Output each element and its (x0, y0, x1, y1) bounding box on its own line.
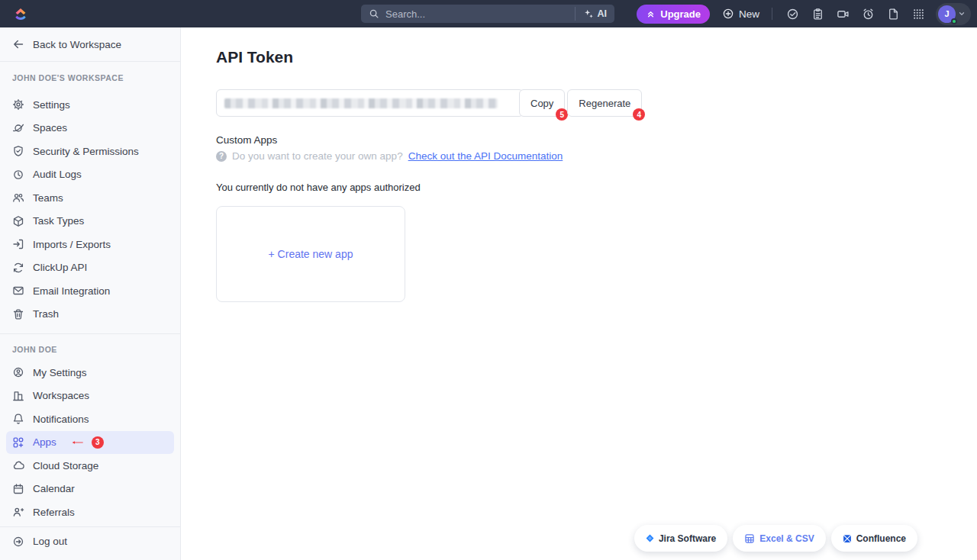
back-label: Back to Workspace (33, 39, 121, 50)
jira-icon (646, 534, 654, 542)
excel-csv-button[interactable]: Excel & CSV (733, 525, 825, 552)
check-circle-icon[interactable] (786, 8, 799, 21)
clock-icon (12, 169, 24, 181)
sidebar-item-label: Security & Permissions (33, 146, 139, 157)
integration-pills: Jira Software Excel & CSV Confluence (634, 525, 917, 552)
video-icon[interactable] (837, 8, 850, 21)
clipboard-icon[interactable] (811, 8, 824, 21)
annotation-badge: 3 (92, 436, 104, 449)
copy-label: Copy (530, 98, 553, 109)
sidebar-item-label: Notifications (33, 414, 89, 425)
sidebar-item-label: Apps (33, 436, 56, 448)
ai-button[interactable]: AI (575, 7, 608, 21)
pill-label: Confluence (856, 533, 906, 544)
sidebar-item-workspaces[interactable]: Workspaces (0, 385, 180, 408)
jira-software-button[interactable]: Jira Software (634, 525, 727, 552)
sidebar-item-referrals[interactable]: Referrals (0, 500, 180, 524)
user-menu[interactable]: J (936, 3, 971, 25)
upgrade-label: Upgrade (660, 8, 701, 20)
sidebar-divider (0, 333, 180, 334)
document-icon[interactable] (887, 8, 900, 21)
ai-label: AI (598, 8, 608, 19)
search-input[interactable] (385, 8, 569, 20)
sidebar-item-security[interactable]: Security & Permissions (0, 140, 180, 163)
excel-icon (744, 533, 755, 544)
pill-label: Jira Software (659, 533, 716, 544)
regenerate-button[interactable]: Regenerate 4 (567, 89, 642, 117)
gear-icon (12, 98, 24, 111)
copy-button[interactable]: Copy 5 (519, 89, 565, 117)
sparkles-icon (583, 8, 594, 19)
user-section-title: JOHN DOE (12, 345, 168, 354)
sidebar-item-notifications[interactable]: Notifications (0, 407, 180, 431)
api-token-panel: API Token Copy 5 Regenerate 4 Custom App… (181, 27, 977, 560)
custom-apps-title: Custom Apps (216, 135, 977, 146)
clickup-settings-page: AI Upgrade New (0, 0, 977, 560)
custom-apps-help: ? Do you want to create your own app? Ch… (216, 150, 977, 162)
trash-icon (12, 308, 24, 320)
sidebar-item-label: Email Integration (33, 285, 110, 297)
topbar: AI Upgrade New (0, 0, 977, 27)
planet-icon (12, 122, 24, 134)
sidebar-item-calendar[interactable]: Calendar (0, 478, 180, 501)
create-new-app-link[interactable]: + Create new app (269, 248, 353, 260)
page-title: API Token (216, 47, 977, 67)
upgrade-icon (646, 9, 656, 19)
app-grid-icon[interactable] (912, 8, 925, 21)
sidebar-item-audit-logs[interactable]: Audit Logs (0, 163, 180, 187)
upgrade-button[interactable]: Upgrade (637, 5, 710, 24)
envelope-icon (12, 285, 24, 297)
sidebar-item-email-integration[interactable]: Email Integration (0, 279, 180, 303)
sidebar-item-label: My Settings (33, 367, 87, 378)
plus-circle-icon (722, 8, 734, 20)
sidebar-item-my-settings[interactable]: My Settings (0, 361, 180, 385)
user-plus-icon (12, 506, 24, 518)
annotation-arrow-icon (71, 436, 83, 449)
copy-annotation-badge: 5 (556, 108, 568, 121)
regenerate-label: Regenerate (579, 98, 630, 109)
settings-sidebar: Back to Workspace JOHN DOE'S WORKSPACE S… (0, 27, 181, 560)
bell-icon (12, 413, 24, 425)
sidebar-item-label: Trash (33, 308, 59, 320)
sidebar-item-label: Calendar (33, 483, 75, 494)
sidebar-item-task-types[interactable]: Task Types (0, 210, 180, 233)
regenerate-annotation-badge: 4 (633, 108, 645, 121)
import-export-icon (12, 238, 24, 250)
search-bar[interactable]: AI (361, 5, 614, 23)
sidebar-item-trash[interactable]: Trash (0, 303, 180, 327)
back-to-workspace[interactable]: Back to Workspace (0, 27, 180, 62)
api-documentation-link[interactable]: Check out the API Documentation (408, 150, 563, 162)
sidebar-item-spaces[interactable]: Spaces (0, 117, 180, 140)
new-button[interactable]: New (722, 8, 759, 20)
pill-label: Excel & CSV (759, 533, 814, 544)
api-token-value-redacted (224, 98, 498, 108)
user-circle-icon (12, 366, 24, 378)
building-icon (12, 390, 24, 402)
token-row: Copy 5 Regenerate 4 (216, 89, 977, 117)
arrow-left-icon (12, 38, 24, 50)
confluence-button[interactable]: Confluence (831, 525, 917, 552)
cloud-icon (12, 459, 24, 471)
logout-button[interactable]: Log out (0, 527, 180, 556)
topbar-actions: Upgrade New (637, 0, 971, 27)
api-token-field[interactable] (216, 89, 524, 117)
create-app-card[interactable]: + Create new app (216, 206, 405, 302)
sidebar-item-label: Referrals (33, 507, 75, 518)
sidebar-item-clickup-api[interactable]: ClickUp API (0, 256, 180, 280)
sidebar-item-cloud-storage[interactable]: Cloud Storage (0, 454, 180, 478)
alarm-clock-icon[interactable] (862, 8, 875, 21)
avatar: J (938, 5, 956, 23)
sidebar-item-teams[interactable]: Teams (0, 186, 180, 210)
online-status-dot (951, 18, 957, 24)
clickup-logo-icon[interactable] (12, 5, 29, 22)
sidebar-item-label: ClickUp API (33, 262, 87, 273)
workspace-section-title: JOHN DOE'S WORKSPACE (12, 73, 168, 82)
sidebar-item-label: Teams (33, 192, 63, 204)
sidebar-item-apps[interactable]: Apps 3 (6, 431, 174, 455)
sync-icon (12, 262, 24, 274)
users-icon (12, 191, 24, 204)
sidebar-item-settings[interactable]: Settings (0, 93, 180, 117)
sidebar-item-label: Imports / Exports (33, 239, 111, 250)
sidebar-item-imports-exports[interactable]: Imports / Exports (0, 233, 180, 256)
sidebar-item-label: Settings (33, 99, 70, 111)
